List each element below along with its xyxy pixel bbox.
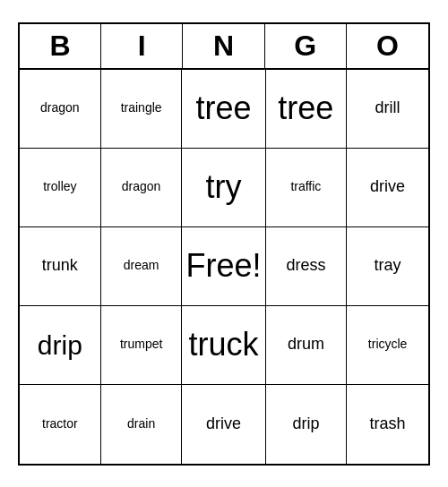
cell-text-24: trash [370, 415, 406, 433]
bingo-cell-24: trash [347, 385, 428, 464]
bingo-cell-4: drill [347, 70, 428, 149]
bingo-cell-2: tree [182, 70, 265, 149]
cell-text-1: traingle [121, 101, 162, 115]
cell-text-3: tree [278, 90, 333, 126]
cell-text-0: dragon [40, 101, 80, 115]
bingo-cell-0: dragon [20, 70, 101, 149]
cell-text-9: drive [370, 178, 405, 196]
cell-text-20: tractor [42, 417, 78, 431]
cell-text-21: drain [127, 417, 155, 431]
bingo-cell-20: tractor [20, 385, 101, 464]
cell-text-23: drip [292, 415, 319, 433]
cell-text-4: drill [375, 99, 401, 117]
cell-text-8: traffic [290, 180, 321, 193]
header-letter-G: G [265, 24, 347, 68]
bingo-cell-19: tricycle [347, 306, 428, 385]
bingo-cell-3: tree [266, 70, 348, 149]
bingo-cell-1: traingle [101, 70, 183, 149]
bingo-cell-8: traffic [266, 149, 348, 227]
cell-text-6: dragon [122, 180, 161, 193]
bingo-card: BINGO dragontraingletreetreedrilltrolley… [18, 22, 430, 466]
bingo-grid: dragontraingletreetreedrilltrolleydragon… [20, 70, 428, 464]
bingo-cell-9: drive [347, 149, 428, 227]
bingo-cell-18: drum [266, 306, 348, 385]
cell-text-15: drip [38, 330, 82, 360]
header-letter-I: I [101, 24, 183, 68]
cell-text-17: truck [188, 327, 258, 363]
bingo-cell-13: dress [266, 227, 348, 306]
bingo-header: BINGO [20, 24, 428, 70]
cell-text-12: Free! [185, 248, 261, 284]
cell-text-18: drum [288, 336, 324, 354]
bingo-cell-16: trumpet [101, 306, 183, 385]
cell-text-16: trumpet [120, 337, 162, 351]
cell-text-10: trunk [42, 257, 78, 275]
bingo-cell-17: truck [182, 306, 265, 385]
cell-text-14: tray [375, 257, 401, 275]
header-letter-O: O [347, 24, 428, 68]
cell-text-2: tree [195, 90, 251, 126]
bingo-cell-10: trunk [20, 227, 101, 306]
bingo-cell-23: drip [266, 385, 348, 464]
bingo-cell-7: try [182, 149, 265, 227]
bingo-cell-14: tray [347, 227, 428, 306]
header-letter-B: B [20, 24, 101, 68]
bingo-cell-22: drive [182, 385, 265, 464]
cell-text-22: drive [206, 415, 241, 433]
cell-text-11: dream [124, 259, 159, 272]
bingo-cell-15: drip [20, 306, 101, 385]
cell-text-13: dress [286, 257, 325, 275]
cell-text-19: tricycle [368, 337, 408, 351]
header-letter-N: N [183, 24, 264, 68]
bingo-cell-5: trolley [20, 149, 101, 227]
cell-text-7: try [206, 169, 242, 205]
bingo-cell-11: dream [101, 227, 183, 306]
bingo-cell-6: dragon [101, 149, 183, 227]
bingo-cell-12: Free! [182, 227, 265, 306]
bingo-cell-21: drain [101, 385, 183, 464]
cell-text-5: trolley [43, 180, 76, 193]
